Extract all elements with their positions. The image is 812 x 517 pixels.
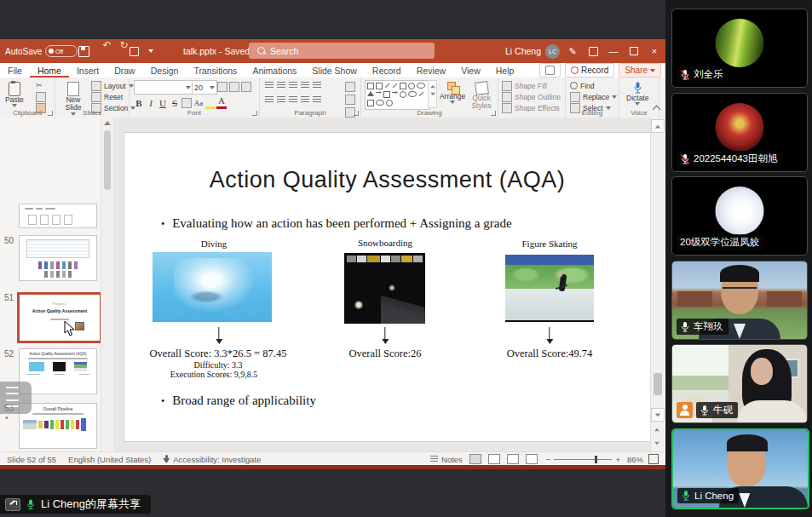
tab-draw[interactable]: Draw: [107, 63, 143, 78]
accessibility-status[interactable]: Accessibility: Investigate: [163, 455, 261, 464]
slide-scrollbar[interactable]: [650, 118, 665, 451]
fit-slide-button[interactable]: [648, 454, 659, 464]
participant-tile[interactable]: 牛砚: [671, 344, 808, 423]
zoom-slider[interactable]: [554, 459, 612, 460]
qat-customize-button[interactable]: [148, 39, 153, 63]
tab-slide-show[interactable]: Slide Show: [304, 63, 365, 78]
start-slideshow-button[interactable]: [130, 39, 139, 63]
participant-tile[interactable]: 2022544043田朝旭: [671, 93, 808, 172]
font-color-button[interactable]: A: [216, 96, 227, 109]
screen-share-indicator[interactable]: Li Cheng的屏幕共享: [0, 495, 151, 514]
shape-fill-button[interactable]: Shape Fill: [502, 81, 547, 90]
zoom-out-button[interactable]: −: [546, 455, 551, 464]
reading-view-button[interactable]: [507, 454, 519, 464]
next-slide-button[interactable]: [651, 437, 663, 449]
shape-icon[interactable]: [383, 91, 390, 98]
align-left-button[interactable]: [265, 96, 274, 104]
thumbnail-scrollbar[interactable]: [101, 118, 113, 451]
tab-record[interactable]: Record: [365, 63, 409, 78]
autosave-toggle[interactable]: Off: [45, 39, 78, 63]
replace-button[interactable]: Replace: [570, 92, 617, 101]
share-button[interactable]: Share: [619, 63, 661, 78]
numbering-button[interactable]: [277, 82, 285, 89]
change-case-button[interactable]: Aa: [193, 99, 204, 107]
shape-icon[interactable]: [386, 100, 393, 106]
previous-slide-button[interactable]: [651, 423, 663, 435]
text-direction-button[interactable]: [345, 82, 355, 92]
shape-icon[interactable]: [417, 83, 425, 89]
notes-button[interactable]: Notes: [430, 455, 463, 464]
slide-thumbnail-49[interactable]: [19, 204, 97, 228]
character-spacing-button[interactable]: [181, 98, 192, 108]
slide-thumbnail-51-selected[interactable]: Project 4 Action Quality Assessment: [17, 292, 101, 343]
underline-button[interactable]: U: [158, 98, 168, 108]
decrease-indent-button[interactable]: [289, 82, 297, 89]
normal-view-button[interactable]: [469, 454, 481, 464]
font-name-select[interactable]: [134, 80, 193, 95]
columns-button[interactable]: [313, 96, 321, 104]
shape-icon[interactable]: [408, 83, 415, 89]
cut-button[interactable]: ✂: [36, 81, 43, 89]
shape-icon[interactable]: [376, 83, 383, 89]
strikethrough-button[interactable]: S: [170, 98, 180, 108]
justify-button[interactable]: [301, 96, 309, 104]
arrange-button[interactable]: Arrange: [438, 79, 467, 104]
align-center-button[interactable]: [277, 96, 285, 104]
redo-button[interactable]: ↻: [118, 39, 130, 50]
participant-tile[interactable]: 车翔玖: [671, 261, 808, 340]
zoom-in-button[interactable]: +: [615, 455, 620, 464]
line-spacing-button[interactable]: [313, 82, 321, 89]
highlight-color-button[interactable]: [205, 97, 215, 109]
bullets-button[interactable]: [265, 82, 274, 89]
tab-design[interactable]: Design: [143, 63, 187, 78]
ribbon-display-button[interactable]: [582, 39, 604, 63]
slide-sorter-view-button[interactable]: [488, 454, 500, 464]
participant-tile[interactable]: 刘全乐: [671, 9, 808, 88]
zoom-level[interactable]: 86%: [627, 455, 643, 464]
tab-file[interactable]: File: [0, 63, 30, 78]
shape-icon[interactable]: [419, 92, 424, 97]
search-input[interactable]: Search: [249, 43, 435, 59]
reset-button[interactable]: Reset: [91, 92, 123, 101]
undo-button[interactable]: ↶: [101, 39, 112, 50]
shapes-gallery[interactable]: [365, 80, 429, 110]
record-button[interactable]: Record: [565, 63, 614, 78]
grow-font-button[interactable]: [217, 82, 227, 92]
find-button[interactable]: Find: [570, 81, 595, 90]
shape-icon[interactable]: [376, 100, 384, 106]
copy-button[interactable]: [36, 92, 46, 102]
shape-outline-button[interactable]: Shape Outline: [502, 92, 561, 101]
shape-icon[interactable]: [400, 91, 406, 98]
dialog-launcher-icon[interactable]: [491, 111, 496, 116]
font-size-select[interactable]: 20: [192, 80, 217, 95]
shape-icon[interactable]: [367, 91, 374, 96]
bold-button[interactable]: B: [134, 98, 144, 108]
tab-help[interactable]: Help: [488, 63, 522, 78]
tab-transitions[interactable]: Transitions: [186, 63, 245, 78]
shape-icon[interactable]: [367, 100, 374, 106]
scrollbar-thumb[interactable]: [654, 373, 662, 395]
comments-button[interactable]: [539, 63, 561, 78]
shape-effects-button[interactable]: Shape Effects: [502, 103, 560, 112]
tab-view[interactable]: View: [453, 63, 488, 78]
participant-tile[interactable]: 20级双学位温凤姣: [671, 176, 808, 256]
scrollbar-thumb[interactable]: [104, 130, 111, 190]
shape-icon[interactable]: [376, 91, 382, 94]
dialog-launcher-icon[interactable]: [354, 111, 359, 116]
italic-button[interactable]: I: [146, 98, 156, 108]
shape-icon[interactable]: [385, 83, 390, 89]
meeting-floating-toolbar[interactable]: [0, 382, 32, 414]
increase-indent-button[interactable]: [301, 82, 309, 89]
align-text-button[interactable]: [345, 95, 355, 105]
shape-icon[interactable]: [408, 91, 417, 97]
participant-tile-active-speaker[interactable]: Li Cheng: [671, 428, 809, 509]
slide-thumbnail-50[interactable]: [19, 235, 97, 281]
quick-styles-button[interactable]: Quick Styles: [467, 79, 496, 111]
close-button[interactable]: ×: [643, 39, 665, 63]
minimize-button[interactable]: —: [602, 39, 625, 63]
restore-button[interactable]: [623, 39, 645, 63]
save-button[interactable]: [78, 39, 89, 63]
scroll-up-button[interactable]: [651, 119, 665, 133]
layout-button[interactable]: Layout: [91, 81, 134, 90]
shape-icon[interactable]: [367, 83, 374, 89]
